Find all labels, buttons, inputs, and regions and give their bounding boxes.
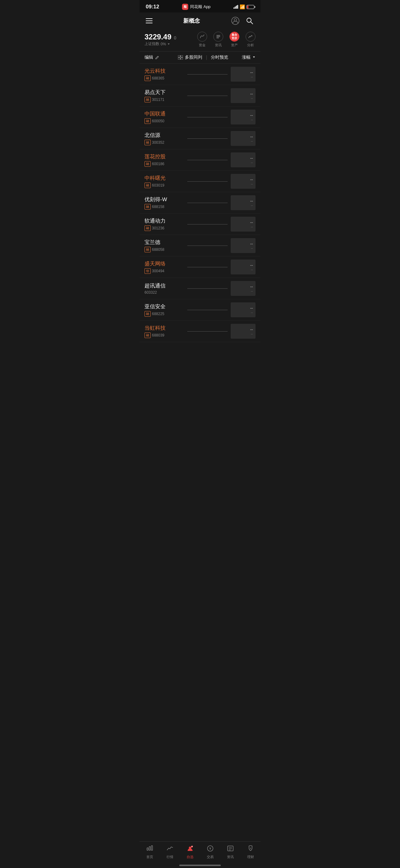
price-dash: --	[250, 306, 253, 310]
stock-info: 宝兰德 融 688058	[144, 239, 184, 252]
chart-line	[187, 246, 228, 246]
stock-code: 融 688225	[144, 311, 184, 317]
svg-rect-10	[178, 58, 180, 60]
stock-name: 亚信安全	[144, 303, 184, 310]
multi-view-button[interactable]: 多股同列	[178, 55, 202, 60]
stock-code: 融 300352	[144, 140, 184, 145]
chart-line	[187, 224, 228, 224]
price-dash-small: --	[251, 96, 253, 100]
chart-line	[187, 160, 228, 160]
stock-item[interactable]: 超讯通信 603322 -- --	[139, 278, 261, 299]
search-button[interactable]	[245, 16, 254, 26]
stock-chart	[187, 219, 228, 229]
price-dash-small: --	[251, 160, 253, 164]
price-dash: --	[250, 220, 253, 225]
price-dash-small: --	[251, 182, 253, 186]
change-label: 涨幅	[242, 55, 256, 60]
stock-price-box: -- --	[231, 217, 256, 231]
price-dash: --	[250, 91, 253, 96]
chart-line	[187, 267, 228, 267]
stock-item[interactable]: 光云科技 融 688365 -- --	[139, 64, 261, 85]
profile-button[interactable]	[231, 16, 240, 26]
svg-marker-12	[253, 57, 255, 58]
stock-name: 优刻得-W	[144, 196, 184, 203]
preview-button[interactable]: 分时预览	[211, 55, 228, 60]
price-dash-small: --	[251, 75, 253, 79]
chart-line	[187, 117, 228, 117]
stock-name: 盛天网络	[144, 260, 184, 267]
status-bar: 09:12 顺 同花顺 App 📶	[139, 0, 261, 12]
stock-item[interactable]: 莲花控股 融 600186 -- --	[139, 149, 261, 171]
svg-rect-11	[181, 58, 183, 60]
stock-code: 融 600186	[144, 161, 184, 167]
chart-line	[187, 96, 228, 96]
status-time: 09:12	[146, 4, 159, 10]
stock-item[interactable]: 宝兰德 融 688058 -- --	[139, 235, 261, 256]
tool-auction[interactable]: 集合竞价 资产	[229, 32, 239, 48]
chart-line	[187, 181, 228, 182]
stock-info: 光云科技 融 688365	[144, 67, 184, 81]
tool-news[interactable]: 资讯	[213, 32, 223, 48]
stock-badge: 融	[144, 225, 151, 231]
edit-button[interactable]: 编辑	[144, 55, 159, 60]
price-dash-small: --	[251, 225, 253, 228]
stock-price-box: -- --	[231, 152, 256, 167]
stock-badge: 融	[144, 183, 151, 188]
chart-line	[187, 288, 228, 289]
stock-badge: 融	[144, 118, 151, 124]
stock-item[interactable]: 中科曙光 融 603019 -- --	[139, 171, 261, 192]
stock-price-box: -- --	[231, 324, 256, 339]
stock-item[interactable]: 亚信安全 融 688225 -- --	[139, 299, 261, 321]
stock-name: 易点天下	[144, 89, 184, 96]
stock-price-box: -- --	[231, 259, 256, 274]
tool-capital[interactable]: 资金	[197, 32, 207, 48]
stock-name: 软通动力	[144, 217, 184, 224]
price-dash-small: --	[251, 246, 253, 250]
chart-line	[187, 310, 228, 310]
stock-price-box: -- --	[231, 195, 256, 210]
stock-name: 当虹科技	[144, 324, 184, 332]
stock-item[interactable]: 易点天下 融 301171 -- --	[139, 85, 261, 106]
market-label: 上证指数 0%	[144, 41, 176, 46]
stock-info: 盛天网络 创 300494	[144, 260, 184, 274]
price-dash: --	[250, 327, 253, 332]
stock-code: 融 688039	[144, 333, 184, 338]
stock-price-box: -- --	[231, 110, 256, 124]
stock-name: 光云科技	[144, 67, 184, 74]
stock-badge: 融	[144, 311, 151, 317]
capital-label: 资金	[199, 43, 206, 48]
stock-info: 莲花控股 融 600186	[144, 153, 184, 167]
stock-item[interactable]: 当虹科技 融 688039 -- --	[139, 321, 261, 342]
stock-item[interactable]: 软通动力 融 301236 -- --	[139, 214, 261, 235]
svg-marker-4	[168, 43, 170, 45]
menu-button[interactable]	[146, 18, 153, 23]
price-dash: --	[250, 113, 253, 118]
stock-badge: 融	[144, 204, 151, 210]
stock-badge: 融	[144, 333, 151, 338]
market-bar: 3229.49 0 上证指数 0% 资金	[139, 29, 261, 52]
svg-point-0	[232, 17, 239, 25]
app-icon: 顺	[182, 4, 188, 10]
stock-item[interactable]: 中国联通 融 600050 -- --	[139, 106, 261, 128]
signal-icon	[233, 5, 238, 9]
tool-analysis[interactable]: 分析	[245, 32, 256, 48]
stock-code: 融 301171	[144, 97, 184, 102]
wifi-icon: 📶	[240, 4, 245, 9]
stock-info: 易点天下 融 301171	[144, 89, 184, 102]
stock-chart	[187, 198, 228, 207]
stock-item[interactable]: 北信源 融 300352 -- --	[139, 128, 261, 149]
auction-label: 资产	[231, 43, 238, 48]
price-dash-small: --	[251, 268, 253, 271]
status-center: 顺 同花顺 App	[182, 4, 210, 10]
stock-chart	[187, 262, 228, 272]
stock-code: 融 688365	[144, 75, 184, 81]
battery-icon	[246, 5, 254, 9]
stock-chart	[187, 305, 228, 314]
stock-list: 光云科技 融 688365 -- -- 易点天下 融 301171 -- --	[139, 64, 261, 370]
stock-code: 融 301236	[144, 225, 184, 231]
stock-item[interactable]: 盛天网络 创 300494 -- --	[139, 256, 261, 278]
stock-item[interactable]: 优刻得-W 融 688158 -- --	[139, 192, 261, 214]
header: 新概念	[139, 12, 261, 29]
svg-rect-7	[216, 37, 219, 38]
stock-info: 软通动力 融 301236	[144, 217, 184, 231]
